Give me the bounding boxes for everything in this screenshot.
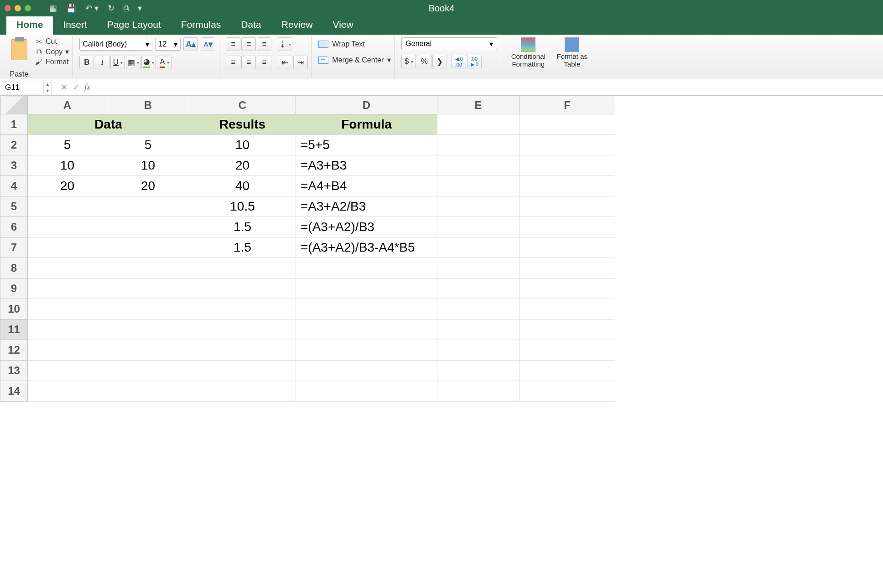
row-header-11[interactable]: 11 bbox=[0, 320, 28, 340]
cell-B11[interactable] bbox=[107, 320, 189, 340]
cell-B9[interactable] bbox=[107, 279, 189, 299]
increase-font-button[interactable]: A▴ bbox=[183, 37, 198, 51]
align-center-button[interactable]: ≡ bbox=[241, 56, 256, 69]
percent-button[interactable]: % bbox=[417, 55, 431, 68]
align-left-button[interactable]: ≡ bbox=[226, 56, 240, 69]
cell-E6[interactable] bbox=[437, 217, 519, 237]
cell-C10[interactable] bbox=[189, 299, 296, 320]
cell-C13[interactable] bbox=[189, 361, 296, 381]
cell-B8[interactable] bbox=[107, 258, 189, 279]
cell-E7[interactable] bbox=[437, 237, 519, 258]
formula-input[interactable] bbox=[93, 81, 883, 94]
increase-indent-button[interactable]: ⇥ bbox=[293, 56, 308, 69]
tab-formulas[interactable]: Formulas bbox=[171, 15, 231, 35]
align-bottom-button[interactable]: ≡ bbox=[257, 37, 271, 51]
cell-E9[interactable] bbox=[437, 279, 519, 299]
row-header-3[interactable]: 3 bbox=[0, 155, 28, 176]
cell-E13[interactable] bbox=[437, 361, 519, 381]
cell-F2[interactable] bbox=[519, 135, 615, 155]
cell-D2[interactable]: =5+5 bbox=[296, 135, 437, 155]
tab-data[interactable]: Data bbox=[231, 15, 271, 35]
redo-icon[interactable]: ↻ bbox=[108, 3, 114, 13]
align-top-button[interactable]: ≡ bbox=[226, 37, 240, 51]
row-header-13[interactable]: 13 bbox=[0, 361, 28, 381]
tab-review[interactable]: Review bbox=[271, 15, 323, 35]
cell-A13[interactable] bbox=[28, 361, 107, 381]
cell-B4[interactable]: 20 bbox=[107, 176, 189, 196]
italic-button[interactable]: I bbox=[95, 56, 109, 69]
cell-A14[interactable] bbox=[28, 381, 107, 402]
cell-C12[interactable] bbox=[189, 340, 296, 361]
cell-C7[interactable]: 1.5 bbox=[189, 237, 296, 258]
undo-icon[interactable]: ↶ ▾ bbox=[85, 3, 99, 13]
cancel-formula-button[interactable]: ✕ bbox=[58, 83, 70, 93]
row-header-7[interactable]: 7 bbox=[0, 237, 28, 258]
decrease-font-button[interactable]: A▾ bbox=[201, 37, 215, 51]
column-header-D[interactable]: D bbox=[296, 96, 437, 114]
bold-button[interactable]: B bbox=[79, 56, 94, 69]
cell-E1[interactable] bbox=[437, 114, 519, 135]
cell-D13[interactable] bbox=[296, 361, 437, 381]
minimize-window-button[interactable] bbox=[15, 5, 21, 11]
cell-A3[interactable]: 10 bbox=[28, 155, 107, 176]
cell-F6[interactable] bbox=[519, 217, 615, 237]
format-painter-button[interactable]: 🖌Format bbox=[35, 58, 69, 66]
tab-view[interactable]: View bbox=[323, 15, 364, 35]
underline-button[interactable]: U bbox=[110, 56, 125, 69]
cell-C4[interactable]: 40 bbox=[189, 176, 296, 196]
row-header-6[interactable]: 6 bbox=[0, 217, 28, 237]
cell-A5[interactable] bbox=[28, 196, 107, 217]
cell-D3[interactable]: =A3+B3 bbox=[296, 155, 437, 176]
align-right-button[interactable]: ≡ bbox=[257, 56, 271, 69]
autosave-icon[interactable]: ▦ bbox=[49, 3, 57, 13]
cell-D4[interactable]: =A4+B4 bbox=[296, 176, 437, 196]
decrease-indent-button[interactable]: ⇤ bbox=[278, 56, 292, 69]
number-format-select[interactable]: General▾ bbox=[401, 37, 497, 50]
decrease-decimal-button[interactable]: .00▶.0 bbox=[467, 55, 482, 68]
row-header-9[interactable]: 9 bbox=[0, 279, 28, 299]
cell-B12[interactable] bbox=[107, 340, 189, 361]
cell-A8[interactable] bbox=[28, 258, 107, 279]
save-icon[interactable]: 💾 bbox=[66, 3, 76, 13]
enter-formula-button[interactable]: ✓ bbox=[70, 83, 82, 93]
cell-B5[interactable] bbox=[107, 196, 189, 217]
cell-E3[interactable] bbox=[437, 155, 519, 176]
cell-D8[interactable] bbox=[296, 258, 437, 279]
cell-F5[interactable] bbox=[519, 196, 615, 217]
cell-D14[interactable] bbox=[296, 381, 437, 402]
font-color-button[interactable]: A bbox=[157, 56, 171, 69]
cell-F7[interactable] bbox=[519, 237, 615, 258]
cell-F14[interactable] bbox=[519, 381, 615, 402]
font-name-select[interactable]: Calibri (Body)▾ bbox=[79, 38, 152, 51]
fill-color-button[interactable]: ◕ bbox=[141, 56, 156, 69]
spreadsheet-grid[interactable]: ABCDEF1DataResultsFormula25510=5+5310102… bbox=[0, 96, 883, 402]
qat-more-icon[interactable]: ▾ bbox=[138, 3, 142, 13]
paste-button[interactable]: Paste bbox=[6, 37, 32, 78]
row-header-14[interactable]: 14 bbox=[0, 381, 28, 402]
cut-button[interactable]: ✂Cut bbox=[35, 37, 69, 46]
row-header-4[interactable]: 4 bbox=[0, 176, 28, 196]
currency-button[interactable]: $ bbox=[401, 55, 416, 68]
cell-F8[interactable] bbox=[519, 258, 615, 279]
cell-B13[interactable] bbox=[107, 361, 189, 381]
cell-E14[interactable] bbox=[437, 381, 519, 402]
cell-B2[interactable]: 5 bbox=[107, 135, 189, 155]
cell-F3[interactable] bbox=[519, 155, 615, 176]
merge-center-button[interactable]: Merge & Center ▾ bbox=[318, 56, 391, 64]
tab-home[interactable]: Home bbox=[6, 15, 53, 35]
wrap-text-button[interactable]: Wrap Text bbox=[318, 40, 391, 48]
cell-E8[interactable] bbox=[437, 258, 519, 279]
cell-E12[interactable] bbox=[437, 340, 519, 361]
borders-button[interactable]: ▦ bbox=[126, 56, 140, 69]
cell-D9[interactable] bbox=[296, 279, 437, 299]
cell-D1[interactable]: Formula bbox=[296, 114, 437, 135]
cell-C2[interactable]: 10 bbox=[189, 135, 296, 155]
name-box-stepper[interactable]: ▲▼ bbox=[43, 81, 52, 94]
cell-F9[interactable] bbox=[519, 279, 615, 299]
select-all-corner[interactable] bbox=[0, 96, 28, 114]
format-as-table-button[interactable]: Format as Table bbox=[551, 37, 592, 68]
cell-C6[interactable]: 1.5 bbox=[189, 217, 296, 237]
row-header-1[interactable]: 1 bbox=[0, 114, 28, 135]
cell-C11[interactable] bbox=[189, 320, 296, 340]
cell-E10[interactable] bbox=[437, 299, 519, 320]
